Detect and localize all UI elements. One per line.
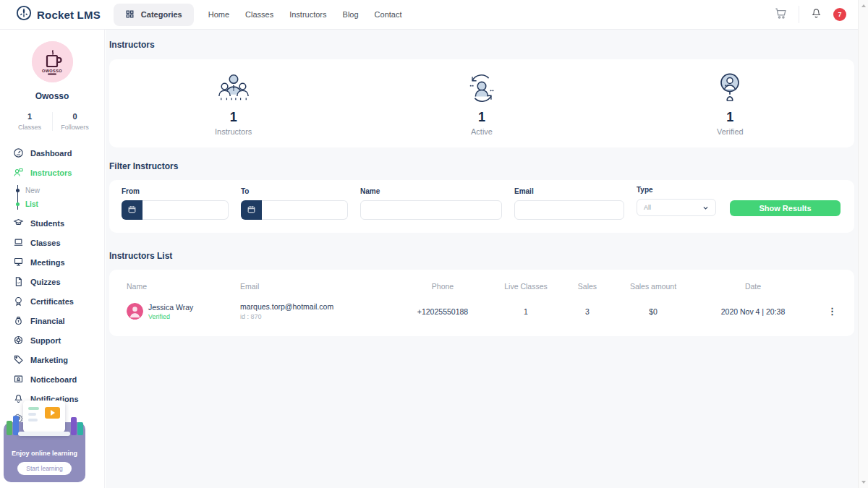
nav-classes[interactable]: Classes: [245, 10, 273, 19]
filter-email-group: Email: [514, 187, 624, 220]
profile-panel: OWOSSO Owosso 1 Classes 0 Followers: [0, 30, 104, 131]
sidebar-item-label: Certificates: [30, 297, 74, 306]
stat-verified: 1 Verified: [606, 72, 854, 136]
sidebar-item-students[interactable]: Students: [12, 213, 104, 233]
classes-count: 1: [7, 112, 52, 121]
to-calendar-button[interactable]: [241, 200, 262, 220]
name-label: Name: [360, 187, 502, 195]
instructor-sales-amount: $0: [624, 307, 683, 316]
from-calendar-button[interactable]: [122, 200, 142, 220]
sidebar-item-quizzes[interactable]: Quizzes: [12, 272, 104, 291]
calendar-icon: [247, 205, 256, 216]
sidebar-item-support[interactable]: Support: [12, 330, 104, 350]
sidebar-item-label: Marketing: [30, 356, 68, 364]
profile-stats: 1 Classes 0 Followers: [0, 112, 104, 131]
nav-instructors[interactable]: Instructors: [289, 10, 326, 19]
row-actions-menu-icon[interactable]: ⋮: [827, 307, 837, 316]
column-email: Email: [240, 282, 385, 291]
instructors-section-title: Instructors: [109, 40, 854, 50]
sidebar-item-meetings[interactable]: Meetings: [12, 252, 104, 272]
sidebar-item-label: Quizzes: [30, 278, 61, 286]
main-nav: Home Classes Instructors Blog Contact: [208, 10, 402, 19]
active-count-label: Active: [357, 127, 605, 136]
categories-label: Categories: [141, 10, 182, 19]
stat-active: 1 Active: [357, 72, 605, 136]
sidebar-menu: Dashboard Instructors New List Students: [0, 143, 104, 428]
verified-user-icon: [713, 95, 746, 107]
sidebar-item-certificates[interactable]: Certificates: [12, 291, 104, 311]
filter-name-group: Name: [360, 187, 502, 220]
notifications-bell-icon[interactable]: [810, 7, 822, 22]
start-learning-button[interactable]: Start learning: [17, 462, 72, 475]
email-input[interactable]: [514, 200, 624, 220]
nav-blog[interactable]: Blog: [343, 10, 359, 19]
financial-icon: [12, 315, 24, 326]
type-select[interactable]: All: [637, 199, 716, 216]
certificates-icon: [12, 296, 24, 307]
top-navbar: Rocket LMS Categories Home Classes Instr…: [0, 0, 868, 30]
submenu-item-list[interactable]: List: [25, 199, 104, 210]
topbar-actions: 7: [774, 6, 846, 23]
from-date-input[interactable]: [142, 200, 229, 220]
topbar-divider: [799, 6, 799, 23]
scroll-up-arrow[interactable]: [861, 4, 866, 7]
instructors-icon: [12, 167, 24, 178]
play-icon: [45, 407, 60, 419]
sidebar-item-marketing[interactable]: Marketing: [12, 350, 104, 369]
sidebar-item-label: Students: [30, 219, 64, 228]
sidebar-item-label: Dashboard: [30, 149, 72, 158]
sidebar-item-label: Meetings: [30, 258, 65, 267]
classes-icon: [12, 237, 24, 248]
column-name: Name: [127, 282, 240, 291]
submenu-label: New: [25, 187, 40, 194]
quizzes-icon: [12, 276, 24, 287]
nav-contact[interactable]: Contact: [375, 10, 402, 19]
to-date-input[interactable]: [262, 200, 348, 220]
cart-icon[interactable]: [774, 7, 788, 23]
promo-title: Enjoy online learning: [8, 450, 81, 457]
name-input[interactable]: [360, 200, 502, 220]
verified-count: 1: [606, 110, 854, 125]
sidebar-item-noticeboard[interactable]: Noticeboard: [12, 369, 104, 389]
column-live-classes: Live Classes: [501, 282, 551, 291]
owosso-avatar[interactable]: OWOSSO: [32, 41, 73, 82]
stat-instructors: 1 Instructors: [109, 72, 357, 136]
active-count: 1: [357, 110, 605, 125]
meetings-icon: [12, 257, 24, 267]
column-phone: Phone: [385, 282, 501, 291]
instructors-submenu: New List: [17, 185, 104, 210]
instructors-count-label: Instructors: [109, 127, 357, 136]
sidebar-item-financial[interactable]: Financial: [12, 311, 104, 330]
to-label: To: [241, 187, 348, 195]
brand-logo[interactable]: Rocket LMS: [16, 5, 101, 24]
instructor-email: marques.torp@hotmail.com: [240, 302, 385, 311]
instructors-count: 1: [109, 110, 357, 125]
sidebar-item-dashboard[interactable]: Dashboard: [12, 143, 104, 163]
filter-to-group: To: [241, 187, 348, 220]
page-scrollbar[interactable]: [858, 0, 868, 488]
scroll-down-arrow[interactable]: [861, 481, 866, 484]
chevron-down-icon: [702, 201, 709, 214]
online-learning-illustration: [4, 399, 85, 445]
show-results-button[interactable]: Show Results: [730, 200, 841, 216]
type-select-value: All: [644, 204, 651, 211]
submenu-item-new[interactable]: New: [25, 185, 104, 196]
support-icon: [12, 335, 24, 346]
verified-count-label: Verified: [606, 127, 854, 136]
instructor-avatar: [127, 303, 143, 320]
sidebar-item-classes[interactable]: Classes: [12, 233, 104, 252]
sidebar-item-label: Classes: [30, 239, 61, 247]
instructor-name[interactable]: Jessica Wray: [148, 303, 193, 312]
dashboard-icon: [12, 147, 24, 158]
stat-classes: 1 Classes: [7, 112, 52, 131]
profile-name: Owosso: [0, 91, 104, 101]
instructors-stats-card: 1 Instructors 1 Active: [109, 59, 854, 147]
sidebar-item-instructors[interactable]: Instructors: [12, 163, 104, 182]
categories-button[interactable]: Categories: [114, 4, 194, 26]
sidebar-item-label: Financial: [30, 317, 65, 325]
nav-home[interactable]: Home: [208, 10, 229, 19]
verified-badge: Verified: [148, 313, 193, 320]
user-avatar[interactable]: 7: [833, 8, 846, 21]
grid-icon: [125, 9, 135, 20]
email-label: Email: [514, 187, 624, 195]
